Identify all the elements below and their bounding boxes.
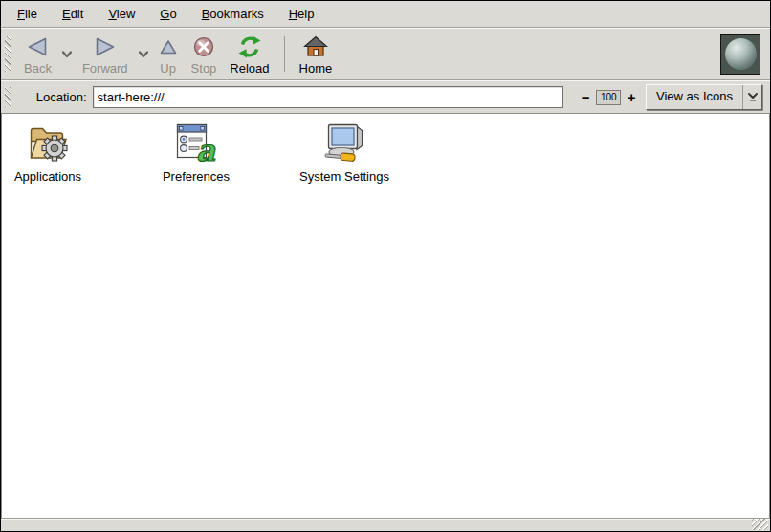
menu-bookmarks[interactable]: Bookmarks (189, 3, 276, 25)
content-item-applications[interactable]: Applications (2, 120, 94, 184)
preferences-capplet-icon: a (173, 120, 219, 166)
menu-help[interactable]: Help (276, 3, 327, 25)
reload-button[interactable]: Reload (223, 31, 275, 78)
forward-history-dropdown[interactable] (135, 31, 152, 78)
content-item-system-settings[interactable]: System Settings (298, 120, 390, 184)
stop-label: Stop (191, 62, 217, 76)
content-item-preferences[interactable]: a Preferences (150, 120, 242, 184)
forward-label: Forward (82, 62, 128, 76)
reload-icon (237, 34, 262, 59)
stop-button[interactable]: Stop (185, 31, 224, 78)
menu-edit[interactable]: Edit (50, 3, 96, 25)
back-icon (25, 34, 50, 59)
up-icon (159, 34, 178, 59)
file-manager-window: File Edit View Go Bookmarks Help Back Fo… (0, 0, 771, 532)
throbber-logo (720, 34, 760, 75)
home-icon (303, 34, 328, 59)
back-history-dropdown[interactable] (58, 31, 76, 78)
location-label: Location: (36, 90, 87, 104)
menu-view-label: V (108, 7, 116, 21)
forward-button[interactable]: Forward (76, 31, 135, 78)
back-label: Back (24, 62, 52, 76)
status-bar (1, 518, 770, 531)
view-as-dropdown[interactable]: View as Icons (646, 84, 762, 110)
view-as-label: View as Icons (647, 85, 742, 109)
system-settings-label: System Settings (299, 169, 389, 184)
sphere-icon (725, 38, 757, 70)
menu-edit-label: E (62, 7, 71, 21)
resize-grip[interactable] (752, 519, 768, 530)
stop-icon (192, 34, 215, 59)
applications-label: Applications (14, 169, 81, 184)
up-button[interactable]: Up (152, 31, 185, 78)
menu-go[interactable]: Go (147, 3, 188, 25)
menu-go-label: G (160, 7, 169, 21)
back-button[interactable]: Back (17, 31, 58, 78)
zoom-level-indicator[interactable]: 100 (596, 90, 621, 105)
chevron-down-icon (61, 47, 73, 61)
menu-file-label: F (17, 7, 25, 21)
home-label: Home (299, 62, 333, 76)
menu-view[interactable]: View (96, 3, 147, 25)
menubar: File Edit View Go Bookmarks Help (1, 1, 770, 27)
locationbar-drag-handle[interactable] (5, 87, 11, 107)
system-settings-monitor-icon (321, 120, 367, 166)
up-label: Up (160, 62, 176, 76)
svg-text:a: a (196, 133, 216, 166)
chevron-down-icon (138, 47, 149, 61)
location-input[interactable] (93, 86, 564, 108)
dropdown-indicator-icon (743, 85, 761, 109)
menu-file[interactable]: File (5, 3, 50, 25)
menu-help-label: H (289, 7, 297, 21)
location-bar: Location: − 100 + View as Icons (1, 81, 770, 113)
home-button[interactable]: Home (293, 31, 340, 78)
icon-view-canvas[interactable]: Applications a Preferences (1, 113, 770, 518)
reload-label: Reload (230, 62, 269, 76)
zoom-in-button[interactable]: + (625, 89, 638, 105)
zoom-out-button[interactable]: − (579, 89, 592, 105)
toolbar-drag-handle[interactable] (5, 36, 11, 72)
applications-folder-gear-icon (25, 120, 71, 166)
preferences-label: Preferences (163, 169, 230, 184)
toolbar-separator (284, 36, 285, 72)
toolbar-spacer (339, 31, 720, 78)
toolbar: Back Forward Up (1, 29, 770, 79)
forward-icon (93, 34, 118, 59)
